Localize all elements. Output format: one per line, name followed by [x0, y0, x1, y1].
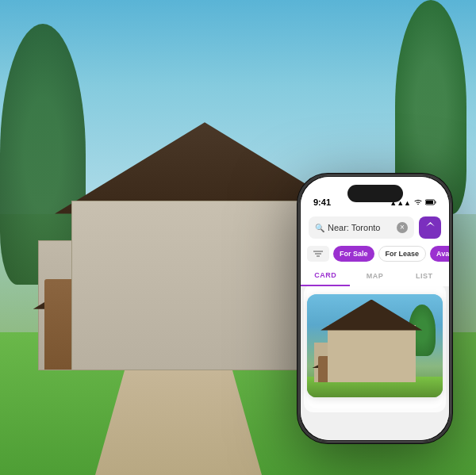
search-input-area[interactable]: 🔍 Near: Toronto — [309, 216, 414, 239]
property-card[interactable] — [307, 294, 443, 397]
cards-area — [301, 286, 449, 440]
property-card-stack — [307, 294, 443, 397]
dynamic-island — [347, 185, 403, 202]
phone-mockup: 9:41 ▲▲▲ — [298, 174, 452, 443]
status-time: 9:41 — [313, 197, 331, 209]
sort-filter-button[interactable] — [307, 246, 329, 262]
wifi-icon — [414, 199, 422, 207]
clear-search-button[interactable] — [397, 222, 408, 233]
for-sale-chip[interactable]: For Sale — [333, 246, 374, 262]
filter-row: For Sale For Lease Available S... — [301, 242, 449, 266]
svg-rect-1 — [426, 201, 433, 204]
battery-icon — [425, 199, 436, 207]
tab-map[interactable]: MAP — [350, 266, 399, 286]
location-icon — [425, 221, 436, 234]
card-house-body — [328, 325, 416, 382]
location-button[interactable] — [419, 216, 441, 239]
phone-screen: 9:41 ▲▲▲ — [301, 177, 449, 440]
svg-rect-2 — [436, 201, 436, 204]
view-tabs: CARD MAP LIST — [301, 266, 449, 287]
tab-card[interactable]: CARD — [301, 266, 350, 286]
search-bar[interactable]: 🔍 Near: Toronto — [301, 212, 449, 244]
search-value: Near: Toronto — [328, 223, 380, 232]
card-property-image — [307, 294, 443, 397]
available-chip[interactable]: Available — [430, 246, 449, 262]
phone-frame: 9:41 ▲▲▲ — [298, 174, 452, 443]
tab-list[interactable]: LIST — [400, 266, 449, 286]
search-icon: 🔍 — [315, 224, 324, 232]
for-lease-chip[interactable]: For Lease — [378, 246, 427, 262]
